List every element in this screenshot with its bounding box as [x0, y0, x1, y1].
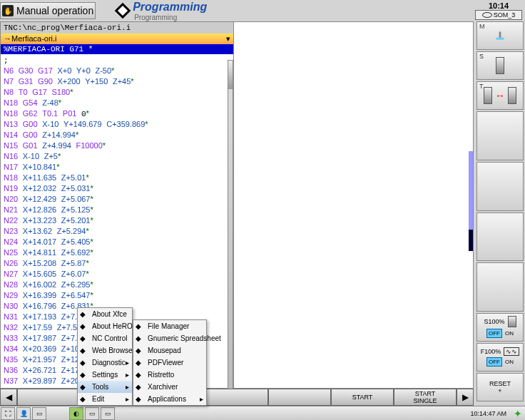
s-button[interactable]: S [476, 51, 524, 80]
loop-icon [482, 12, 492, 18]
f-on-label[interactable]: ON [505, 359, 514, 365]
som-indicator[interactable]: SOM_3 [475, 10, 522, 20]
context-menu-main[interactable]: ◆About Xfce◆About HeROS◆NC Control◆Web B… [77, 307, 133, 406]
collapse-icon[interactable]: ▾ [226, 34, 230, 43]
softkey-1[interactable] [17, 389, 80, 406]
nav-prev-button[interactable]: ◀ [0, 389, 17, 406]
s100-label: S100% [484, 318, 504, 325]
t-button[interactable]: T ↔ [476, 81, 524, 110]
spindle-small-icon [508, 316, 516, 327]
task-app-2[interactable]: ▭ [101, 407, 115, 420]
svg-rect-1 [499, 31, 501, 37]
running-icon: ✦ [511, 408, 525, 419]
menu-item-diagnostic[interactable]: ◆Diagnostic▸ [78, 357, 132, 369]
mode-manual-operation[interactable]: ✋ Manual operation [0, 2, 96, 19]
spindle-icon [496, 57, 504, 74]
mode-programming[interactable]: Programming Programming [117, 1, 207, 21]
menu-item-mousepad[interactable]: ◆Mousepad [133, 344, 206, 357]
editor-scrollbar[interactable] [228, 60, 233, 399]
menu-item-web-browser[interactable]: ◆Web Browser [78, 344, 132, 357]
menu-item-tools[interactable]: ◆Tools▸ [78, 381, 132, 393]
som-label: SOM_3 [494, 11, 516, 19]
rail-spacer-2 [476, 162, 524, 211]
preview-pane[interactable] [234, 22, 473, 388]
menu-item-gnumeric-spreadsheet[interactable]: ◆Gnumeric Spreadsheet [133, 332, 206, 344]
diamond-icon [115, 3, 131, 19]
taskbar-time: 10:14:47 AM [466, 410, 511, 417]
mode-right-subtitle: Programming [134, 14, 207, 21]
rail-spacer-3 [476, 212, 524, 262]
menu-item-pdfviewer[interactable]: ◆PDFViewer [133, 357, 206, 369]
mode-right-title: Programming [133, 1, 207, 14]
main-area: TNC:\nc_prog\Merfiaca-ori.i →Merfiaca-or… [0, 21, 474, 389]
task-btn-1[interactable]: ⛶ [1, 407, 15, 420]
menu-item-nc-control[interactable]: ◆NC Control [78, 332, 132, 344]
f-off-badge[interactable]: OFF [486, 357, 502, 367]
task-btn-3[interactable]: ▭ [32, 407, 46, 420]
reset-button[interactable]: RESET + [476, 373, 524, 401]
menu-button[interactable]: ◐ [69, 407, 83, 420]
program-header-line[interactable]: %MERFIACA-ORI G71 * [1, 44, 233, 54]
file-path: TNC:\nc_prog\Merfiaca-ori.i [1, 22, 233, 34]
rail-spacer-4 [476, 262, 524, 312]
menu-item-about-heros[interactable]: ◆About HeROS [78, 320, 132, 332]
s-off-badge[interactable]: OFF [486, 329, 502, 338]
mode-left-label: Manual operation [16, 5, 93, 16]
softkey-4[interactable] [205, 389, 268, 406]
s-on-label[interactable]: ON [505, 330, 514, 337]
file-header: →Merfiaca-ori.i ▾ [1, 34, 233, 44]
m-button[interactable]: M [476, 21, 524, 50]
clock: 10:14 [475, 1, 522, 10]
s100-button[interactable]: S100% OFFON [476, 313, 524, 342]
nav-next-button[interactable]: ▶ [457, 389, 474, 406]
softkey-5[interactable] [268, 389, 331, 406]
menu-item-about-xfce[interactable]: ◆About Xfce [78, 308, 132, 320]
menu-item-file-manager[interactable]: ◆File Manager [133, 320, 206, 332]
menu-item-edit[interactable]: ◆Edit▸ [78, 393, 132, 405]
f100-label: F100% [481, 348, 501, 355]
menu-item-settings[interactable]: ◆Settings▸ [78, 369, 132, 381]
machine-icon [495, 31, 505, 41]
menu-item-applications[interactable]: ◆Applications▸ [133, 393, 206, 405]
hand-icon: ✋ [2, 5, 14, 16]
right-rail: M S T ↔ S100% OFFON F100% ∿∿ OFFON RESET… [475, 20, 525, 403]
file-header-name: →Merfiaca-ori.i [4, 34, 57, 43]
softkey-start-single[interactable]: START SINGLE [394, 389, 457, 406]
softkey-start[interactable]: START [331, 389, 394, 406]
menu-item-xarchiver[interactable]: ◆Xarchiver [133, 381, 206, 393]
scrollbar-thumb[interactable] [228, 61, 233, 89]
top-bar: ✋ Manual operation Programming Programmi… [0, 0, 525, 21]
rail-spacer-1 [476, 111, 524, 160]
right-slider[interactable] [469, 151, 473, 244]
taskbar: ⛶ 👤 ▭ ◐ ▭ ▭ 10:14:47 AM ✦ [0, 406, 525, 420]
tool-exchange-icon: ↔ [484, 87, 516, 104]
task-btn-2[interactable]: 👤 [16, 407, 31, 420]
wave-icon: ∿∿ [504, 347, 519, 356]
slider-mark [469, 230, 473, 251]
context-menu-tools[interactable]: ◆File Manager◆Gnumeric Spreadsheet◆Mouse… [133, 319, 207, 406]
svg-rect-0 [496, 38, 504, 40]
softkey-bar: ◀ FIND START START SINGLE ▶ [0, 389, 474, 406]
f100-button[interactable]: F100% ∿∿ OFFON [476, 343, 524, 372]
task-app-1[interactable]: ▭ [85, 407, 99, 420]
menu-item-ristretto[interactable]: ◆Ristretto [133, 369, 206, 381]
top-right-status: 10:14 SOM_3 [475, 1, 522, 20]
